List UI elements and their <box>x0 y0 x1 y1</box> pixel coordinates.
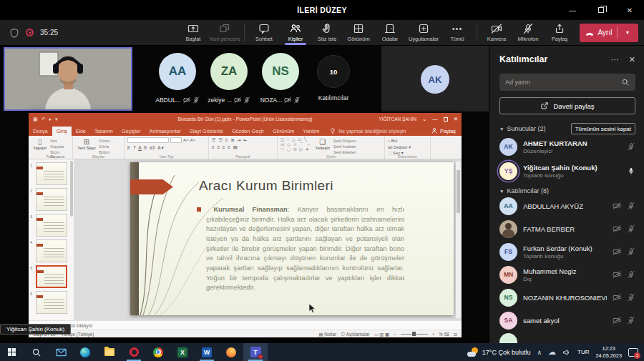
camera-off-icon[interactable] <box>613 293 621 302</box>
align-buttons[interactable]: ≡ ≡ ≡ ≡ ▤ <box>212 144 238 149</box>
panel-more-icon[interactable]: ⋯ <box>611 55 619 64</box>
presenters-section-header[interactable]: ▼ Sunucular (2) <box>499 125 545 132</box>
slideshow-icon[interactable]: ▸ <box>49 117 52 122</box>
leave-chevron-icon[interactable]: ▼ <box>621 30 633 35</box>
mic-off-icon[interactable] <box>627 247 635 256</box>
tab-yardim[interactable]: Yardım <box>298 127 323 136</box>
taskbar-chrome-app[interactable] <box>146 343 170 361</box>
slide-thumbnail-2[interactable]: 2 <box>30 188 68 211</box>
ppt-close-button[interactable]: ✕ <box>454 116 458 122</box>
share-tray-button[interactable]: Paylaş <box>544 21 575 45</box>
current-slide[interactable]: Aracı Kurum Birimleri Kurumsal Finansman… <box>130 162 454 315</box>
participant-row-furkan[interactable]: FS Furkan Serdar (Konuk) Toplantı konuğu <box>499 240 635 263</box>
taskbar-search-button[interactable] <box>24 343 49 361</box>
camera-button[interactable]: Kamera <box>481 21 512 45</box>
scrollbar-thumb[interactable] <box>457 170 460 213</box>
grow-font-icon[interactable]: A˄ <box>183 138 189 142</box>
tab-dosya[interactable]: Dosya <box>29 127 52 136</box>
mic-off-icon[interactable] <box>627 202 635 210</box>
tab-gozden-gecir[interactable]: Gözden Geçir <box>228 127 268 136</box>
qat-customize-icon[interactable]: ▾ <box>55 117 58 122</box>
paste-button[interactable]: ▯ Yapıştır <box>31 137 49 151</box>
webcam-video-tile[interactable] <box>4 47 132 111</box>
participant-row-fatma[interactable]: FATMA BERBER <box>499 217 635 240</box>
layout-button[interactable]: Düzen <box>99 139 110 143</box>
thumbnail-scrollbar[interactable] <box>70 161 73 217</box>
tab-gecisler[interactable]: Geçişler <box>117 127 145 136</box>
taskbar-opera-app[interactable] <box>122 343 146 361</box>
zoom-in-button[interactable]: + <box>432 332 435 337</box>
tab-gorunum[interactable]: Görünüm <box>268 127 298 136</box>
panel-close-icon[interactable]: ✕ <box>629 55 635 64</box>
camera-off-icon[interactable] <box>613 224 621 233</box>
mic-off-icon[interactable] <box>627 316 635 325</box>
taskbar-mail-app[interactable] <box>49 343 73 361</box>
attendees-section-header[interactable]: ▼ Katılımcılar (8) <box>499 187 549 194</box>
slide-thumbnail-3[interactable]: 3 <box>30 214 68 237</box>
action-center-icon[interactable]: 1 <box>628 348 638 357</box>
overflow-participants-tile[interactable]: 10 Katılımcılar <box>308 53 359 102</box>
tab-slayt-gosterisi[interactable]: Slayt Gösterisi <box>185 127 228 136</box>
raise-hand-button[interactable]: Söz iste <box>311 21 343 45</box>
tray-expand-icon[interactable]: ∧ <box>537 349 542 356</box>
cut-button[interactable]: Kes <box>51 139 69 143</box>
rooms-button[interactable]: Odalar <box>374 21 406 45</box>
apps-button[interactable]: Uygulamalar <box>406 21 441 45</box>
tab-ekle[interactable]: Ekle <box>72 127 90 136</box>
participant-tile[interactable]: AA ABDUL... <box>152 53 203 104</box>
tab-animasyonlar[interactable]: Animasyonlar <box>145 127 185 136</box>
slide-title[interactable]: Aracı Kurum Birimleri <box>199 178 333 194</box>
leave-button[interactable]: Ayrıl ▼ <box>580 24 638 42</box>
participant-tile-ak[interactable]: AK <box>381 46 489 112</box>
view-buttons[interactable]: ▭ ▥ ▦ <box>374 332 389 337</box>
mic-off-icon[interactable] <box>627 270 635 279</box>
copy-button[interactable]: Kopyala <box>51 144 69 149</box>
mute-all-button[interactable]: Tümünün sesini kapat <box>571 123 635 134</box>
quick-access-toolbar[interactable]: ▣ ↶ ▸ ▾ <box>29 117 58 122</box>
mic-off-icon[interactable] <box>627 142 635 151</box>
tell-me-box[interactable]: Ne yapmak istediğinizi söyleyin <box>323 127 411 136</box>
onedrive-cloud-icon[interactable]: ☁ <box>548 347 556 357</box>
participant-row-abdullah[interactable]: AA ABDULLAH AKYÜZ <box>499 194 635 217</box>
shapes-gallery[interactable]: ◻ ○ △ ⬭ ╲▭ ◇ ☆ ⌒ ↔◠ ◡ ⊙ ▷ ✦ <box>280 137 311 152</box>
taskbar-firefox-app[interactable] <box>219 343 243 361</box>
people-button[interactable]: Kişiler <box>280 21 311 45</box>
slide-thumbnail-4[interactable]: 4 <box>30 239 68 262</box>
participant-row-yigitcan[interactable]: YŞ Yiğitcan Şahin (Konuk) Toplantı konuğ… <box>499 159 635 183</box>
taskbar-teams-app[interactable]: T <box>243 343 268 361</box>
slide-vertical-scrollbar[interactable] <box>456 162 461 318</box>
shape-outline-button[interactable]: Şekil Anahattı <box>333 144 356 149</box>
fit-slide-button[interactable]: ⊡ <box>454 332 457 337</box>
view-button[interactable]: Görünüm <box>343 21 374 45</box>
tab-tasarim[interactable]: Tasarım <box>90 127 117 136</box>
font-name-select[interactable] <box>127 137 169 143</box>
ppt-restore-button[interactable] <box>444 117 448 122</box>
camera-off-icon[interactable] <box>613 316 621 325</box>
share-invite-button[interactable]: Daveti paylaş <box>499 97 635 114</box>
comments-toggle[interactable]: 🗩 Açıklamalar <box>341 332 370 337</box>
ppt-share-button[interactable]: Paylaş <box>425 127 462 136</box>
slide-thumbnail-1[interactable]: 1 <box>30 162 68 185</box>
participant-row-ahmet[interactable]: AK AHMET KURTARAN Düzenleyici <box>499 134 635 159</box>
save-icon[interactable]: ▣ <box>33 117 38 122</box>
mic-on-icon[interactable] <box>627 167 635 175</box>
start-button[interactable] <box>0 343 24 361</box>
participant-row-samet[interactable]: SA samet akyol <box>499 309 635 332</box>
minimize-button[interactable]: — <box>558 0 587 20</box>
shape-fill-button[interactable]: Şekil Dolgusu <box>333 139 356 143</box>
slide-body-text[interactable]: Kurumsal Finansman: Kariyer basamakların… <box>197 205 404 293</box>
font-style-buttons[interactable]: K T A S ab A▾ <box>127 145 165 150</box>
mic-off-icon[interactable] <box>627 293 635 302</box>
participant-tile[interactable]: ZA zekiye ... <box>203 53 255 104</box>
more-button[interactable]: ••• Tümü <box>441 21 473 45</box>
taskbar-clock[interactable]: 12:23 24.05.2023 <box>595 345 622 358</box>
zoom-slider-knob[interactable] <box>412 332 416 336</box>
undo-icon[interactable]: ↶ <box>42 117 46 122</box>
mic-off-icon[interactable] <box>627 224 635 233</box>
ribbon-display-options-icon[interactable]: ⌄ <box>422 116 426 122</box>
camera-off-icon[interactable] <box>613 247 621 256</box>
mic-button[interactable]: Mikrofon <box>512 21 544 45</box>
participant-row-muhammet[interactable]: MN Muhammet Negiz Dış <box>499 263 635 286</box>
list-buttons[interactable]: ☰ ☰ ≡ ≣ ⇥ ⇤ <box>212 137 248 142</box>
new-slide-button[interactable]: ⊞ Yeni Slayt <box>76 137 97 151</box>
